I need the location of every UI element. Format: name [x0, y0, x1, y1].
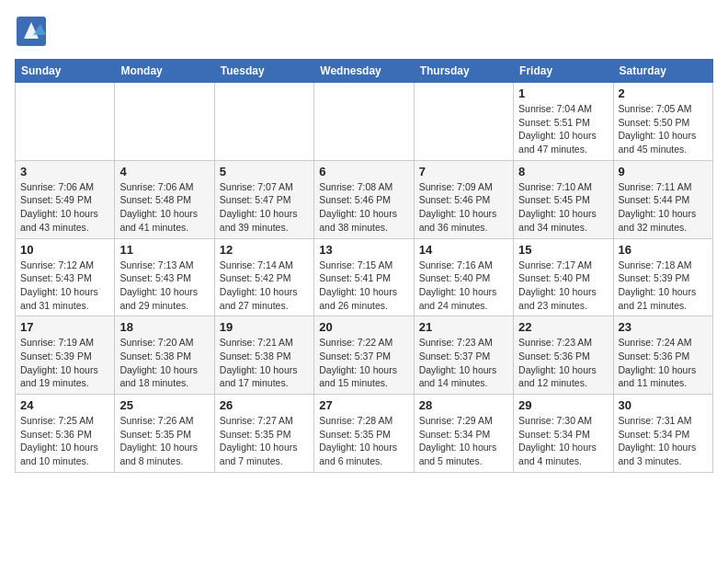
calendar-cell: 25Sunrise: 7:26 AMSunset: 5:35 PMDayligh… [115, 395, 214, 473]
day-number: 21 [419, 320, 508, 334]
calendar-cell: 10Sunrise: 7:12 AMSunset: 5:43 PMDayligh… [16, 238, 115, 316]
calendar-cell: 1Sunrise: 7:04 AMSunset: 5:51 PMDaylight… [514, 83, 613, 161]
day-number: 11 [119, 243, 209, 257]
calendar-cell: 28Sunrise: 7:29 AMSunset: 5:34 PMDayligh… [414, 395, 513, 473]
day-number: 15 [518, 243, 608, 257]
weekday-header: Monday [115, 60, 214, 83]
calendar-cell [314, 83, 414, 161]
logo-icon [15, 15, 48, 48]
day-info: Sunrise: 7:20 AMSunset: 5:38 PMDaylight:… [119, 336, 209, 390]
calendar-cell: 7Sunrise: 7:09 AMSunset: 5:46 PMDaylight… [414, 160, 513, 238]
calendar-week-row: 1Sunrise: 7:04 AMSunset: 5:51 PMDaylight… [16, 83, 713, 161]
day-info: Sunrise: 7:23 AMSunset: 5:37 PMDaylight:… [419, 336, 508, 390]
weekday-header: Friday [514, 60, 613, 83]
day-info: Sunrise: 7:04 AMSunset: 5:51 PMDaylight:… [518, 102, 608, 156]
day-info: Sunrise: 7:25 AMSunset: 5:36 PMDaylight:… [20, 414, 109, 468]
weekday-header: Saturday [613, 60, 712, 83]
day-info: Sunrise: 7:12 AMSunset: 5:43 PMDaylight:… [20, 259, 109, 313]
day-number: 1 [518, 86, 608, 100]
day-info: Sunrise: 7:24 AMSunset: 5:36 PMDaylight:… [619, 336, 708, 390]
day-info: Sunrise: 7:10 AMSunset: 5:45 PMDaylight:… [518, 180, 608, 235]
calendar-cell: 6Sunrise: 7:08 AMSunset: 5:46 PMDaylight… [314, 160, 414, 238]
day-number: 6 [319, 165, 408, 178]
calendar-cell: 27Sunrise: 7:28 AMSunset: 5:35 PMDayligh… [314, 395, 414, 473]
day-number: 30 [619, 398, 708, 412]
calendar-week-row: 3Sunrise: 7:06 AMSunset: 5:49 PMDaylight… [16, 160, 713, 238]
day-info: Sunrise: 7:05 AMSunset: 5:50 PMDaylight:… [619, 102, 708, 156]
day-info: Sunrise: 7:11 AMSunset: 5:44 PMDaylight:… [619, 180, 708, 235]
day-info: Sunrise: 7:23 AMSunset: 5:36 PMDaylight:… [518, 336, 608, 390]
day-number: 17 [20, 320, 109, 334]
calendar-cell: 26Sunrise: 7:27 AMSunset: 5:35 PMDayligh… [214, 395, 313, 473]
day-info: Sunrise: 7:08 AMSunset: 5:46 PMDaylight:… [319, 180, 408, 235]
calendar-cell: 23Sunrise: 7:24 AMSunset: 5:36 PMDayligh… [613, 316, 712, 395]
calendar-body: 1Sunrise: 7:04 AMSunset: 5:51 PMDaylight… [16, 83, 713, 473]
calendar-cell: 29Sunrise: 7:30 AMSunset: 5:34 PMDayligh… [514, 395, 613, 473]
day-number: 13 [319, 243, 408, 257]
day-info: Sunrise: 7:26 AMSunset: 5:35 PMDaylight:… [119, 414, 209, 468]
weekday-header: Thursday [414, 60, 513, 83]
day-number: 8 [518, 165, 608, 178]
day-info: Sunrise: 7:19 AMSunset: 5:39 PMDaylight:… [20, 336, 109, 390]
day-number: 28 [419, 398, 508, 412]
day-number: 26 [220, 398, 309, 412]
day-info: Sunrise: 7:28 AMSunset: 5:35 PMDaylight:… [319, 414, 408, 468]
calendar-cell: 13Sunrise: 7:15 AMSunset: 5:41 PMDayligh… [314, 238, 414, 316]
calendar-cell: 12Sunrise: 7:14 AMSunset: 5:42 PMDayligh… [214, 238, 313, 316]
calendar-cell: 3Sunrise: 7:06 AMSunset: 5:49 PMDaylight… [16, 160, 115, 238]
calendar-cell: 24Sunrise: 7:25 AMSunset: 5:36 PMDayligh… [16, 395, 115, 473]
calendar-cell: 19Sunrise: 7:21 AMSunset: 5:38 PMDayligh… [214, 316, 313, 395]
calendar-cell: 18Sunrise: 7:20 AMSunset: 5:38 PMDayligh… [115, 316, 214, 395]
calendar-cell: 2Sunrise: 7:05 AMSunset: 5:50 PMDaylight… [613, 83, 712, 161]
calendar-cell: 11Sunrise: 7:13 AMSunset: 5:43 PMDayligh… [115, 238, 214, 316]
calendar-header: SundayMondayTuesdayWednesdayThursdayFrid… [16, 60, 713, 83]
day-info: Sunrise: 7:15 AMSunset: 5:41 PMDaylight:… [319, 259, 408, 313]
calendar-cell: 20Sunrise: 7:22 AMSunset: 5:37 PMDayligh… [314, 316, 414, 395]
day-info: Sunrise: 7:31 AMSunset: 5:34 PMDaylight:… [619, 414, 708, 468]
calendar-cell: 22Sunrise: 7:23 AMSunset: 5:36 PMDayligh… [514, 316, 613, 395]
day-number: 25 [119, 398, 209, 412]
day-info: Sunrise: 7:30 AMSunset: 5:34 PMDaylight:… [518, 414, 608, 468]
calendar-cell: 9Sunrise: 7:11 AMSunset: 5:44 PMDaylight… [613, 160, 712, 238]
calendar-cell [16, 83, 115, 161]
day-number: 3 [20, 165, 109, 178]
day-number: 14 [419, 243, 508, 257]
day-number: 29 [518, 398, 608, 412]
day-info: Sunrise: 7:18 AMSunset: 5:39 PMDaylight:… [619, 259, 708, 313]
calendar-cell [414, 83, 513, 161]
day-number: 27 [319, 398, 408, 412]
calendar-cell: 17Sunrise: 7:19 AMSunset: 5:39 PMDayligh… [16, 316, 115, 395]
weekday-header: Wednesday [314, 60, 414, 83]
calendar-cell: 14Sunrise: 7:16 AMSunset: 5:40 PMDayligh… [414, 238, 513, 316]
day-info: Sunrise: 7:21 AMSunset: 5:38 PMDaylight:… [220, 336, 309, 390]
day-info: Sunrise: 7:06 AMSunset: 5:48 PMDaylight:… [119, 180, 209, 235]
day-number: 23 [619, 320, 708, 334]
day-info: Sunrise: 7:27 AMSunset: 5:35 PMDaylight:… [220, 414, 309, 468]
day-number: 10 [20, 243, 109, 257]
day-info: Sunrise: 7:07 AMSunset: 5:47 PMDaylight:… [220, 180, 309, 235]
weekday-header: Sunday [16, 60, 115, 83]
day-number: 2 [619, 86, 708, 100]
day-info: Sunrise: 7:16 AMSunset: 5:40 PMDaylight:… [419, 259, 508, 313]
day-info: Sunrise: 7:14 AMSunset: 5:42 PMDaylight:… [220, 259, 309, 313]
calendar-cell: 15Sunrise: 7:17 AMSunset: 5:40 PMDayligh… [514, 238, 613, 316]
calendar-cell: 30Sunrise: 7:31 AMSunset: 5:34 PMDayligh… [613, 395, 712, 473]
day-info: Sunrise: 7:17 AMSunset: 5:40 PMDaylight:… [518, 259, 608, 313]
day-number: 12 [220, 243, 309, 257]
weekday-header: Tuesday [214, 60, 313, 83]
header-row: SundayMondayTuesdayWednesdayThursdayFrid… [16, 60, 713, 83]
calendar-week-row: 17Sunrise: 7:19 AMSunset: 5:39 PMDayligh… [16, 316, 713, 395]
calendar-cell: 16Sunrise: 7:18 AMSunset: 5:39 PMDayligh… [613, 238, 712, 316]
logo [15, 15, 51, 48]
calendar-cell: 8Sunrise: 7:10 AMSunset: 5:45 PMDaylight… [514, 160, 613, 238]
calendar-table: SundayMondayTuesdayWednesdayThursdayFrid… [15, 59, 713, 473]
day-info: Sunrise: 7:22 AMSunset: 5:37 PMDaylight:… [319, 336, 408, 390]
day-number: 4 [119, 165, 209, 178]
day-number: 22 [518, 320, 608, 334]
day-info: Sunrise: 7:06 AMSunset: 5:49 PMDaylight:… [20, 180, 109, 235]
calendar-cell: 4Sunrise: 7:06 AMSunset: 5:48 PMDaylight… [115, 160, 214, 238]
day-info: Sunrise: 7:29 AMSunset: 5:34 PMDaylight:… [419, 414, 508, 468]
day-number: 20 [319, 320, 408, 334]
day-number: 18 [119, 320, 209, 334]
day-info: Sunrise: 7:13 AMSunset: 5:43 PMDaylight:… [119, 259, 209, 313]
